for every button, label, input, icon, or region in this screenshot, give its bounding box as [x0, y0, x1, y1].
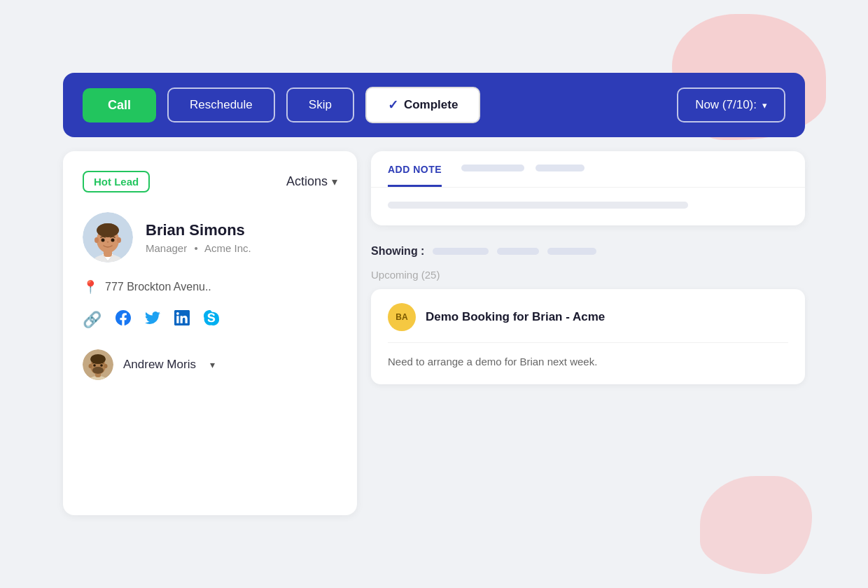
booking-card: BA Demo Booking for Brian - Acme Need to…: [371, 289, 805, 384]
twitter-icon[interactable]: [145, 310, 160, 330]
separator: •: [194, 242, 197, 254]
complete-button[interactable]: ✓ Complete: [365, 87, 480, 123]
booking-avatar: BA: [388, 303, 416, 331]
note-card: ADD NOTE: [371, 151, 805, 225]
reschedule-button[interactable]: Reschedule: [167, 88, 275, 122]
tab-pill-2: [461, 164, 524, 172]
showing-label: Showing :: [371, 245, 424, 258]
tab-pill-3: [536, 164, 584, 172]
chevron-down-icon: ▾: [332, 175, 337, 188]
address-row: 📍 777 Brockton Avenu..: [83, 279, 337, 295]
note-body: [371, 188, 805, 225]
agent-row: Andrew Moris ▾: [83, 349, 337, 380]
action-bar: Call Reschedule Skip ✓ Complete Now (7/1…: [63, 73, 805, 137]
contact-name: Brian Simons: [146, 221, 251, 239]
content-area: Hot Lead Actions ▾: [63, 151, 805, 515]
location-icon: 📍: [83, 279, 98, 295]
contact-name-block: Brian Simons Manager • Acme Inc.: [146, 221, 251, 254]
showing-pill-1: [433, 248, 489, 255]
chevron-down-icon: ▾: [210, 359, 215, 370]
booking-body: Need to arrange a demo for Brian next we…: [388, 354, 788, 370]
svg-point-20: [93, 364, 96, 367]
tab-add-note[interactable]: ADD NOTE: [388, 151, 442, 187]
linkedin-icon[interactable]: [174, 310, 190, 330]
showing-section: Showing : Upcoming (25) BA Demo Booking …: [371, 237, 805, 384]
agent-name: Andrew Moris: [123, 358, 196, 372]
now-button[interactable]: Now (7/10): ▾: [677, 88, 785, 122]
note-input-placeholder: [388, 202, 688, 209]
actions-button[interactable]: Actions ▾: [286, 174, 337, 189]
contact-info: Brian Simons Manager • Acme Inc.: [83, 212, 337, 262]
svg-point-10: [111, 239, 115, 242]
svg-point-16: [92, 367, 104, 374]
upcoming-label: Upcoming (25): [371, 269, 805, 281]
avatar: [83, 212, 133, 262]
skype-icon[interactable]: [204, 310, 219, 330]
svg-point-21: [100, 364, 103, 367]
note-tabs: ADD NOTE: [371, 151, 805, 188]
lead-header: Hot Lead Actions ▾: [83, 171, 337, 192]
right-panel: ADD NOTE Showing :: [371, 151, 805, 384]
main-container: Call Reschedule Skip ✓ Complete Now (7/1…: [63, 73, 805, 515]
social-row: 🔗: [83, 310, 337, 330]
svg-point-18: [89, 364, 92, 368]
showing-header: Showing :: [371, 237, 805, 263]
call-button[interactable]: Call: [83, 88, 156, 122]
svg-point-8: [117, 237, 121, 243]
booking-title: Demo Booking for Brian - Acme: [426, 310, 605, 324]
showing-pill-2: [497, 248, 539, 255]
agent-avatar: [83, 349, 113, 380]
svg-point-6: [98, 223, 118, 234]
svg-point-9: [102, 239, 105, 242]
svg-point-7: [94, 237, 99, 243]
contact-role: Manager • Acme Inc.: [146, 242, 251, 254]
address-text: 777 Brockton Avenu..: [105, 281, 211, 293]
skip-button[interactable]: Skip: [286, 88, 354, 122]
booking-header: BA Demo Booking for Brian - Acme: [388, 303, 788, 343]
showing-pill-3: [547, 248, 596, 255]
contact-card: Hot Lead Actions ▾: [63, 151, 357, 515]
hot-lead-badge: Hot Lead: [83, 171, 150, 192]
checkmark-icon: ✓: [388, 97, 398, 113]
svg-point-19: [104, 364, 108, 368]
link-icon[interactable]: 🔗: [83, 311, 102, 329]
tab-placeholder: [461, 164, 788, 174]
chevron-down-icon: ▾: [762, 100, 767, 111]
svg-point-17: [90, 354, 106, 364]
showing-pills: [433, 248, 596, 255]
facebook-icon[interactable]: [115, 310, 131, 330]
